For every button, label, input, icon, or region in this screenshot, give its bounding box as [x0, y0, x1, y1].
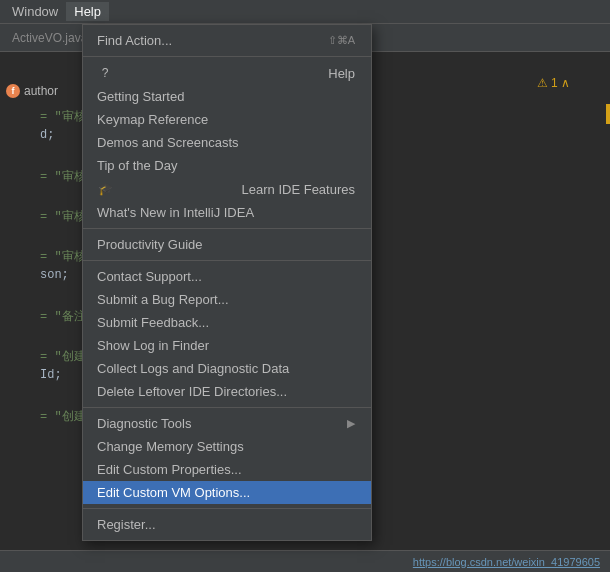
- help-dropdown-menu: Find Action... ⇧⌘A ? Help Getting Starte…: [82, 24, 372, 541]
- menu-edit-custom-props[interactable]: Edit Custom Properties...: [83, 458, 371, 481]
- menu-contact-support[interactable]: Contact Support...: [83, 265, 371, 288]
- warning-badge: ⚠ 1 ∧: [537, 76, 570, 90]
- menu-bar-help[interactable]: Help: [66, 2, 109, 21]
- menu-divider-5: [83, 508, 371, 509]
- menu-tip-label: Tip of the Day: [97, 158, 177, 173]
- menu-getting-started-label: Getting Started: [97, 89, 184, 104]
- menu-divider-2: [83, 228, 371, 229]
- menu-delete-leftover[interactable]: Delete Leftover IDE Directories...: [83, 380, 371, 403]
- learn-ide-icon: 🎓: [97, 181, 113, 197]
- menu-submit-bug-label: Submit a Bug Report...: [97, 292, 229, 307]
- menu-edit-custom-props-label: Edit Custom Properties...: [97, 462, 242, 477]
- menu-submit-bug[interactable]: Submit a Bug Report...: [83, 288, 371, 311]
- menu-find-action[interactable]: Find Action... ⇧⌘A: [83, 29, 371, 52]
- menu-learn-ide[interactable]: 🎓 Learn IDE Features: [83, 177, 371, 201]
- menu-change-memory-label: Change Memory Settings: [97, 439, 244, 454]
- menu-keymap-reference[interactable]: Keymap Reference: [83, 108, 371, 131]
- menu-collect-logs-label: Collect Logs and Diagnostic Data: [97, 361, 289, 376]
- menu-getting-started[interactable]: Getting Started: [83, 85, 371, 108]
- menu-productivity-guide[interactable]: Productivity Guide: [83, 233, 371, 256]
- menu-demos-screencasts[interactable]: Demos and Screencasts: [83, 131, 371, 154]
- author-label: author: [24, 84, 58, 98]
- menu-edit-custom-vm[interactable]: Edit Custom VM Options...: [83, 481, 371, 504]
- menu-tip-of-day[interactable]: Tip of the Day: [83, 154, 371, 177]
- menu-find-action-label: Find Action...: [97, 33, 172, 48]
- menu-submit-feedback-label: Submit Feedback...: [97, 315, 209, 330]
- menu-learn-ide-label: Learn IDE Features: [242, 182, 355, 197]
- diagnostic-arrow-icon: ▶: [347, 417, 355, 430]
- menu-whats-new-label: What's New in IntelliJ IDEA: [97, 205, 254, 220]
- menu-submit-feedback[interactable]: Submit Feedback...: [83, 311, 371, 334]
- menu-productivity-label: Productivity Guide: [97, 237, 203, 252]
- menu-divider-1: [83, 56, 371, 57]
- menu-show-log-label: Show Log in Finder: [97, 338, 209, 353]
- menu-delete-leftover-label: Delete Leftover IDE Directories...: [97, 384, 287, 399]
- menu-whats-new[interactable]: What's New in IntelliJ IDEA: [83, 201, 371, 224]
- menu-bar-window[interactable]: Window: [4, 2, 66, 21]
- menu-divider-3: [83, 260, 371, 261]
- menu-divider-4: [83, 407, 371, 408]
- author-icon: f: [6, 84, 20, 98]
- menu-contact-label: Contact Support...: [97, 269, 202, 284]
- menu-find-action-shortcut: ⇧⌘A: [328, 34, 355, 47]
- menu-edit-custom-vm-label: Edit Custom VM Options...: [97, 485, 250, 500]
- help-question-icon: ?: [97, 65, 113, 81]
- menu-diagnostic-tools[interactable]: Diagnostic Tools ▶: [83, 412, 371, 435]
- author-area: f author: [0, 82, 64, 100]
- menu-diagnostic-label: Diagnostic Tools: [97, 416, 191, 431]
- menu-keymap-label: Keymap Reference: [97, 112, 208, 127]
- menu-help[interactable]: ? Help: [83, 61, 371, 85]
- menu-demos-label: Demos and Screencasts: [97, 135, 239, 150]
- menu-help-label: Help: [328, 66, 355, 81]
- tab-activevo-label: ActiveVO.java: [12, 31, 87, 45]
- menu-change-memory[interactable]: Change Memory Settings: [83, 435, 371, 458]
- menu-bar: Window Help: [0, 0, 610, 24]
- menu-register[interactable]: Register...: [83, 513, 371, 536]
- menu-collect-logs[interactable]: Collect Logs and Diagnostic Data: [83, 357, 371, 380]
- status-url[interactable]: https://blog.csdn.net/weixin_41979605: [413, 556, 600, 568]
- menu-register-label: Register...: [97, 517, 156, 532]
- status-bar: https://blog.csdn.net/weixin_41979605: [0, 550, 610, 572]
- menu-show-log[interactable]: Show Log in Finder: [83, 334, 371, 357]
- warning-icon: ⚠ 1 ∧: [537, 76, 570, 90]
